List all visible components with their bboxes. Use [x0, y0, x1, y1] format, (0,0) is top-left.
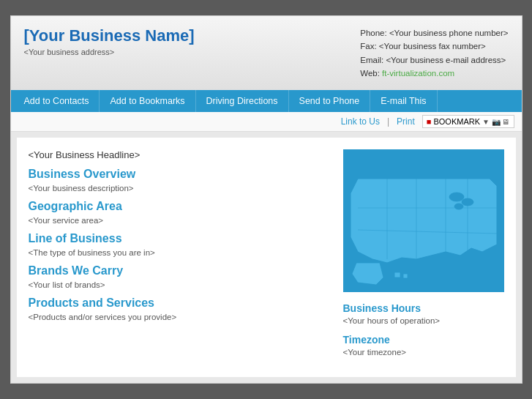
bookmark-icons-extra: ▼ 📷 🖥: [482, 118, 509, 126]
nav-email-this[interactable]: E-mail This: [370, 90, 437, 112]
section-desc-products: <Products and/or services you provide>: [29, 313, 329, 321]
business-headline: <Your Business Headline>: [29, 149, 329, 160]
bookmark-icon: ■: [427, 117, 432, 126]
phone-info: Phone: <Your business phone number>: [360, 26, 508, 40]
svg-point-8: [462, 198, 473, 206]
email-info: Email: <Your business e-mail address>: [360, 53, 508, 67]
section-desc-overview: <Your business description>: [29, 184, 329, 193]
section-heading-geo: Geographic Area: [29, 200, 329, 213]
header-right: Phone: <Your business phone number> Fax:…: [360, 26, 508, 81]
sub-toolbar: Link to Us | Print ■ BOOKMARK ▼ 📷 🖥: [11, 112, 522, 132]
section-desc-geo: <Your service area>: [29, 216, 329, 225]
sidebar-heading-hours: Business Hours: [343, 302, 504, 314]
svg-point-7: [449, 193, 464, 201]
nav-add-bookmarks[interactable]: Add to Bookmarks: [100, 90, 195, 112]
sidebar-desc-timezone: <Your timezone>: [343, 348, 504, 357]
link-to-us[interactable]: Link to Us: [341, 116, 380, 127]
business-name: [Your Business Name]: [24, 26, 195, 45]
section-heading-products: Products and Services: [29, 297, 329, 310]
section-heading-overview: Business Overview: [29, 168, 329, 181]
web-info: Web: ft-virtualization.com: [360, 67, 508, 80]
sidebar-desc-hours: <Your hours of operation>: [343, 316, 504, 325]
right-column: Business Hours <Your hours of operation>…: [343, 149, 504, 365]
section-heading-lob: Line of Business: [29, 232, 329, 245]
section-desc-brands: <Your list of brands>: [29, 280, 329, 289]
page-wrapper: [Your Business Name] <Your business addr…: [10, 15, 522, 384]
bookmark-label: BOOKMARK: [433, 117, 480, 126]
navbar: Add to Contacts Add to Bookmarks Driving…: [11, 90, 522, 112]
nav-driving-directions[interactable]: Driving Directions: [196, 90, 289, 112]
header-left: [Your Business Name] <Your business addr…: [24, 26, 195, 56]
web-link[interactable]: ft-virtualization.com: [382, 69, 454, 78]
print-link[interactable]: Print: [397, 116, 415, 127]
us-map: [343, 149, 504, 292]
left-column: <Your Business Headline> Business Overvi…: [29, 149, 329, 365]
web-label: Web:: [360, 69, 380, 78]
business-address: <Your business address>: [24, 48, 195, 56]
section-desc-lob: <The type of business you are in>: [29, 248, 329, 257]
svg-point-9: [454, 204, 463, 209]
fax-info: Fax: <Your business fax number>: [360, 40, 508, 53]
sidebar-heading-timezone: Timezone: [343, 334, 504, 346]
nav-send-to-phone[interactable]: Send to Phone: [289, 90, 371, 112]
nav-add-contacts[interactable]: Add to Contacts: [14, 90, 100, 112]
header: [Your Business Name] <Your business addr…: [11, 16, 522, 91]
main-content: <Your Business Headline> Business Overvi…: [17, 138, 516, 377]
section-heading-brands: Brands We Carry: [29, 264, 329, 277]
bookmark-button[interactable]: ■ BOOKMARK ▼ 📷 🖥: [422, 115, 514, 128]
separator: |: [387, 116, 389, 127]
